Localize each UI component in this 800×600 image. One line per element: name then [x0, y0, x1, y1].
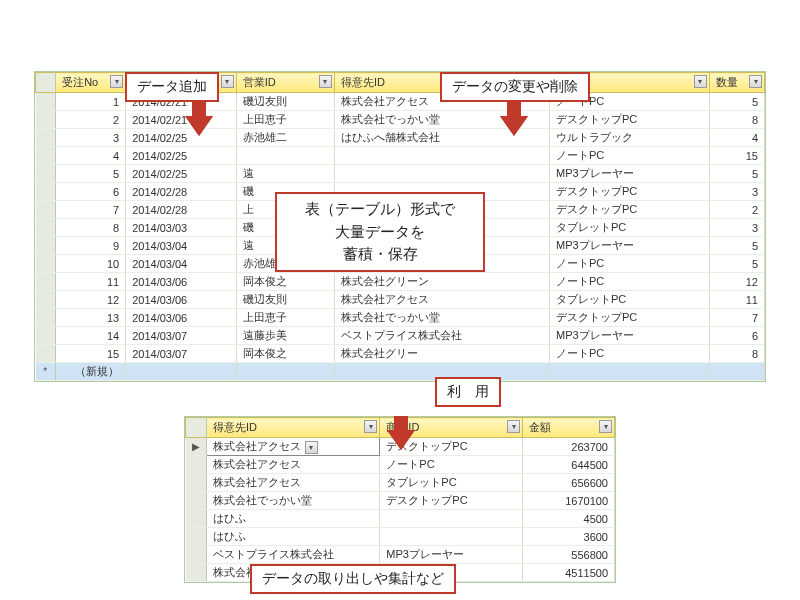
cell-order-no[interactable]: 10	[56, 255, 126, 273]
cell-order-no[interactable]: 1	[56, 93, 126, 111]
cell-sales[interactable]: 岡本俊之	[236, 273, 334, 291]
cell-new-label[interactable]: （新規）	[56, 363, 126, 381]
row-marker[interactable]	[36, 111, 56, 129]
cell-customer[interactable]: ベストプライス株式会社	[334, 327, 549, 345]
row-selector-header[interactable]	[186, 418, 207, 438]
table-row[interactable]: 株式会社アクセスノートPC644500	[186, 456, 615, 474]
cell-product[interactable]: ノートPC	[549, 345, 709, 363]
cell-date[interactable]: 2014/03/07	[126, 345, 237, 363]
cell-product[interactable]: MP3プレーヤー	[549, 327, 709, 345]
new-record-icon[interactable]: *	[36, 363, 56, 381]
cell-sales[interactable]: 遠藤歩美	[236, 327, 334, 345]
filter-dropdown-icon[interactable]: ▾	[319, 75, 332, 88]
row-marker[interactable]	[186, 564, 207, 582]
cell-product[interactable]: タブレットPC	[380, 474, 523, 492]
cell-order-no[interactable]: 11	[56, 273, 126, 291]
cell-qty[interactable]: 8	[709, 111, 764, 129]
cell-product[interactable]: MP3プレーヤー	[549, 165, 709, 183]
cell-date[interactable]: 2014/02/25	[126, 165, 237, 183]
cell-qty[interactable]: 3	[709, 219, 764, 237]
filter-dropdown-icon[interactable]: ▾	[221, 75, 234, 88]
cell-order-no[interactable]: 7	[56, 201, 126, 219]
row-marker[interactable]	[36, 255, 56, 273]
row-marker[interactable]	[36, 183, 56, 201]
cell-product[interactable]: デスクトップPC	[549, 111, 709, 129]
cell-amount[interactable]: 4500	[523, 510, 615, 528]
cell-product[interactable]: MP3プレーヤー	[380, 546, 523, 564]
cell-amount[interactable]: 263700	[523, 438, 615, 456]
cell-date[interactable]: 2014/02/28	[126, 183, 237, 201]
cell-amount[interactable]: 656600	[523, 474, 615, 492]
table-row[interactable]: 32014/02/25赤池雄二はひふへ舗株式会社ウルトラブック4	[36, 129, 765, 147]
row-marker[interactable]	[36, 165, 56, 183]
filter-dropdown-icon[interactable]: ▾	[110, 75, 123, 88]
table-row[interactable]: 22014/02/21上田恵子株式会社でっかい堂デスクトップPC8	[36, 111, 765, 129]
row-marker[interactable]	[36, 129, 56, 147]
col-qty[interactable]: 数量▾	[709, 73, 764, 93]
row-marker[interactable]	[36, 291, 56, 309]
cell-order-no[interactable]: 2	[56, 111, 126, 129]
cell-product[interactable]: MP3プレーヤー	[549, 237, 709, 255]
cell-product[interactable]: ノートPC	[549, 255, 709, 273]
table-row[interactable]: 132014/03/06上田恵子株式会社でっかい堂デスクトップPC7	[36, 309, 765, 327]
cell-customer-selected[interactable]: 株式会社アクセス▾	[206, 438, 379, 456]
cell-date[interactable]: 2014/03/06	[126, 273, 237, 291]
cell-qty[interactable]: 6	[709, 327, 764, 345]
row-marker[interactable]	[36, 219, 56, 237]
cell-product[interactable]	[380, 510, 523, 528]
table-row[interactable]: はひふ3600	[186, 528, 615, 546]
cell-customer[interactable]: 株式会社グリー	[334, 345, 549, 363]
table-row[interactable]: ベストプライス株式会社MP3プレーヤー556800	[186, 546, 615, 564]
new-record-row[interactable]: *（新規）	[36, 363, 765, 381]
cell-date[interactable]: 2014/03/04	[126, 237, 237, 255]
cell-date[interactable]: 2014/02/25	[126, 147, 237, 165]
cell-date[interactable]: 2014/02/25	[126, 129, 237, 147]
filter-dropdown-icon[interactable]: ▾	[749, 75, 762, 88]
cell-product[interactable]: タブレットPC	[549, 219, 709, 237]
cell-qty[interactable]: 8	[709, 345, 764, 363]
row-marker[interactable]	[186, 546, 207, 564]
cell-order-no[interactable]: 6	[56, 183, 126, 201]
col-sales[interactable]: 営業ID▾	[236, 73, 334, 93]
cell-order-no[interactable]: 14	[56, 327, 126, 345]
cell-product[interactable]: ノートPC	[549, 147, 709, 165]
cell-date[interactable]: 2014/02/28	[126, 201, 237, 219]
cell-qty[interactable]: 3	[709, 183, 764, 201]
cell-customer[interactable]: ベストプライス株式会社	[206, 546, 379, 564]
cell-order-no[interactable]: 5	[56, 165, 126, 183]
cell-qty[interactable]: 5	[709, 165, 764, 183]
table-row[interactable]: 株式会社アクセスタブレットPC656600	[186, 474, 615, 492]
filter-dropdown-icon[interactable]: ▾	[599, 420, 612, 433]
col-amount[interactable]: 金額▾	[523, 418, 615, 438]
filter-dropdown-icon[interactable]: ▾	[364, 420, 377, 433]
cell-date[interactable]: 2014/03/06	[126, 309, 237, 327]
cell-sales[interactable]: 磯辺友則	[236, 291, 334, 309]
col-order-no[interactable]: 受注No▾	[56, 73, 126, 93]
row-marker[interactable]	[36, 273, 56, 291]
combo-dropdown-icon[interactable]: ▾	[305, 441, 318, 454]
row-marker[interactable]	[36, 309, 56, 327]
cell-qty[interactable]: 7	[709, 309, 764, 327]
col-customer[interactable]: 得意先ID▾	[206, 418, 379, 438]
cell-qty[interactable]: 5	[709, 237, 764, 255]
cell-qty[interactable]: 11	[709, 291, 764, 309]
cell-amount[interactable]: 644500	[523, 456, 615, 474]
cell-customer[interactable]: 株式会社でっかい堂	[206, 492, 379, 510]
cell-qty[interactable]: 15	[709, 147, 764, 165]
cell-product[interactable]: ウルトラブック	[549, 129, 709, 147]
table-row[interactable]: 株式会社でっかい堂デスクトップPC1670100	[186, 492, 615, 510]
table-row[interactable]: 122014/03/06磯辺友則株式会社アクセスタブレットPC11	[36, 291, 765, 309]
cell-qty[interactable]: 5	[709, 93, 764, 111]
cell-sales[interactable]: 上田恵子	[236, 309, 334, 327]
cell-sales[interactable]	[236, 147, 334, 165]
row-marker[interactable]	[36, 147, 56, 165]
filter-dropdown-icon[interactable]: ▾	[507, 420, 520, 433]
cell-customer[interactable]: 株式会社アクセス	[206, 456, 379, 474]
cell-qty[interactable]: 2	[709, 201, 764, 219]
cell-date[interactable]: 2014/03/03	[126, 219, 237, 237]
table-row[interactable]: 112014/03/06岡本俊之株式会社グリーンノートPC12	[36, 273, 765, 291]
cell-amount[interactable]: 1670100	[523, 492, 615, 510]
cell-product[interactable]	[380, 528, 523, 546]
cell-product[interactable]: デスクトップPC	[549, 201, 709, 219]
cell-customer[interactable]: 株式会社でっかい堂	[334, 309, 549, 327]
